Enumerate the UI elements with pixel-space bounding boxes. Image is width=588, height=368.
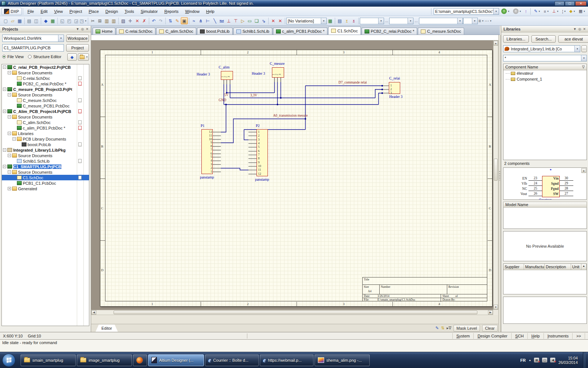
library-component--levateur[interactable]: élevateur <box>503 70 587 76</box>
document-tab-c-mesure-schdoc[interactable]: C_mesure.SchDoc <box>418 28 464 35</box>
place-vcc-port-button[interactable]: ⊤ <box>232 17 239 24</box>
tree-item-c-mesure-pcb1-pcbdoc[interactable]: C_mesure_PCB1.PcbDoc <box>2 103 89 109</box>
tree-item-boost-pcblib[interactable]: boost.PcbLib <box>2 142 89 147</box>
file-view-radio[interactable] <box>2 55 6 59</box>
menu-help[interactable]: Help <box>203 8 218 15</box>
place-bus-button[interactable]: ⋔ <box>197 17 204 24</box>
library-dropdown-icon[interactable]: ▼ <box>574 46 580 52</box>
undo-button[interactable]: ↶ <box>150 17 157 24</box>
place-wire-button[interactable]: ≈ <box>190 17 197 24</box>
move-selection-button[interactable]: ✛ <box>127 17 134 24</box>
taskbar-item-firefox[interactable] <box>133 354 147 366</box>
print-button[interactable]: ▤ <box>26 17 33 24</box>
taskbar-item-image-smartplug[interactable]: image_smartplug <box>77 354 132 366</box>
comment-c-relai[interactable]: Header 3 <box>389 95 402 99</box>
tray-expand-icon[interactable]: ▲ <box>529 359 531 361</box>
preferences-button[interactable]: Y <box>343 17 350 24</box>
filter-combo-1[interactable]: ▼ <box>360 18 384 24</box>
workspace-button[interactable]: Workspace <box>66 35 89 42</box>
net-label-5v[interactable]: 5V <box>224 93 229 97</box>
language-indicator[interactable]: FR <box>520 358 526 362</box>
power-port-button[interactable]: ⊥▼ <box>551 8 560 14</box>
navigate-up-button[interactable]: ↑ <box>524 8 528 15</box>
display-icon[interactable]: ▢ <box>542 358 547 362</box>
tree-item-c-relai-pcb-project2-prjpcb[interactable]: −C_relai_PCB_Project2.PrjPCB <box>2 64 89 70</box>
filter-highlight-button[interactable]: ▣ <box>181 17 188 24</box>
tree-item-c-mesure-pcb-project3-prjpcb[interactable]: −C_mesure_PCB_Project3.PrjPCB <box>2 86 89 92</box>
open-project-dropdown-button[interactable]: ▼ <box>78 53 89 61</box>
comment-c-alim[interactable]: Header 3 <box>197 72 210 76</box>
menu-design[interactable]: Design <box>102 8 121 15</box>
document-tab-c-relai-schdoc[interactable]: C-relai.SchDoc <box>116 28 155 35</box>
show-desktop-button[interactable] <box>583 352 586 368</box>
scroll-left-button[interactable]: ◀ <box>92 310 96 315</box>
document-tab-pcb2-c-relai-pcbdoc-[interactable]: PCB2_C_relai.PcbDoc * <box>362 28 417 35</box>
row-style-dropdown-button[interactable]: ⋯▼ <box>485 17 492 24</box>
filter-funnel-icon[interactable]: ▸∇ <box>447 326 451 330</box>
comment-c-mesure[interactable]: Header 3 <box>252 71 265 75</box>
zoom-dropdown-button[interactable]: ◳▼ <box>80 17 87 24</box>
filter-combo-4[interactable]: ▼ <box>463 18 478 24</box>
sort-icon[interactable]: ⇅ <box>441 326 444 330</box>
collapse-icon[interactable]: − <box>3 88 6 91</box>
volume-icon[interactable]: ◀ <box>550 358 555 362</box>
tree-item-pcb-library-documents[interactable]: −PCB Library Documents <box>2 136 89 142</box>
library-select-combo[interactable]: Integrated_Library1.IntLib [Co ▼ <box>503 45 580 52</box>
zoom-selection-button[interactable]: ◲ <box>73 17 80 24</box>
component-filter-combo[interactable]: * ▼ <box>503 55 587 61</box>
document-tab-boost-pcblib[interactable]: boost.PcbLib <box>197 28 233 35</box>
menu-reports[interactable]: Reports <box>161 8 182 15</box>
table-scroll-up-button[interactable]: ▲ <box>581 264 587 270</box>
collapse-icon[interactable]: − <box>8 93 11 96</box>
filter-combo-2[interactable]: ▼ <box>389 18 413 24</box>
status-menu-system[interactable]: System <box>452 333 474 339</box>
place-bus-entry-button[interactable]: ⊢ <box>204 17 211 24</box>
taskbar-item-courrier-bo-te-d-[interactable]: eCourrier :: Boîte d... <box>205 354 259 366</box>
tree-item-schlib1-schlib[interactable]: Schlib1.SchLib <box>2 158 89 164</box>
filter-combo-3-dropdown-icon[interactable]: ▼ <box>457 18 463 24</box>
column-filter-icon[interactable]: ∇ <box>582 65 585 70</box>
menu-place[interactable]: Place <box>85 8 102 15</box>
designator-p2[interactable]: P2 <box>256 124 260 128</box>
taskbar-item-https-webmail-p-[interactable]: ehttps://webmail.p... <box>260 354 313 366</box>
collapse-icon[interactable]: − <box>3 66 6 69</box>
workspace-combo[interactable]: Workspace1.DsnWrk ▼ <box>2 35 64 42</box>
deselect-all-button[interactable]: ✕ <box>134 17 141 24</box>
collapse-icon[interactable]: − <box>12 137 16 141</box>
copy-button[interactable]: ⊞ <box>96 17 103 24</box>
network-status-icon[interactable]: ▦ <box>534 358 539 362</box>
designator-p1[interactable]: P1 <box>201 124 205 128</box>
document-tab-schlib1-schlib[interactable]: Schlib1.SchLib <box>233 28 272 35</box>
collapse-icon[interactable]: − <box>8 132 11 135</box>
panel-close-icon[interactable]: ✕ <box>86 27 89 31</box>
measure-tool-button[interactable]: ✎▼ <box>533 8 541 14</box>
comment-p1[interactable]: panstamp <box>200 175 214 179</box>
status-menu-help[interactable]: Help <box>527 333 544 339</box>
expand-icon[interactable]: + <box>8 187 11 190</box>
table-header-manufactur[interactable]: Manufactur <box>524 264 545 270</box>
table-header-unit[interactable]: Unit <box>571 264 581 270</box>
collapse-icon[interactable]: − <box>3 148 6 152</box>
tree-item-pcb2-c-relai-pcbdoc-[interactable]: PCB2_C_relai.PcbDoc * <box>2 81 89 86</box>
structure-editor-radio[interactable] <box>28 55 32 59</box>
annotate-button[interactable]: ✎ <box>174 17 181 24</box>
tree-item-c-mesure-schdoc[interactable]: C_mesure.SchDoc <box>2 98 89 103</box>
tree-item-source-documents[interactable]: −Source Documents <box>2 92 89 98</box>
variations-combo[interactable]: [No Variations]▼ <box>286 18 327 24</box>
tree-item-c1-schdoc[interactable]: C1.SchDoc <box>2 175 89 180</box>
horizontal-scroll-thumb[interactable] <box>114 311 477 314</box>
paste-array-button[interactable]: ▥ <box>110 17 117 24</box>
tree-item-source-documents[interactable]: −Source Documents <box>2 114 89 120</box>
devices-view-button[interactable]: ◆ <box>42 17 49 24</box>
menu-window[interactable]: Window <box>182 8 203 15</box>
maximize-button[interactable]: ▢ <box>565 1 575 6</box>
clear-filter-button[interactable]: ✗ <box>141 17 148 24</box>
start-button[interactable] <box>2 354 15 367</box>
project-button[interactable]: Project <box>66 44 89 52</box>
redo-button[interactable]: ↷ <box>157 17 164 24</box>
panel-pin-icon[interactable]: ◎ <box>578 27 581 31</box>
collapse-icon[interactable]: − <box>8 71 11 74</box>
component-c-alim[interactable] <box>221 71 233 80</box>
zoom-area-button[interactable]: ◰ <box>66 17 73 24</box>
mask-level-button[interactable]: Mask Level <box>453 325 480 332</box>
